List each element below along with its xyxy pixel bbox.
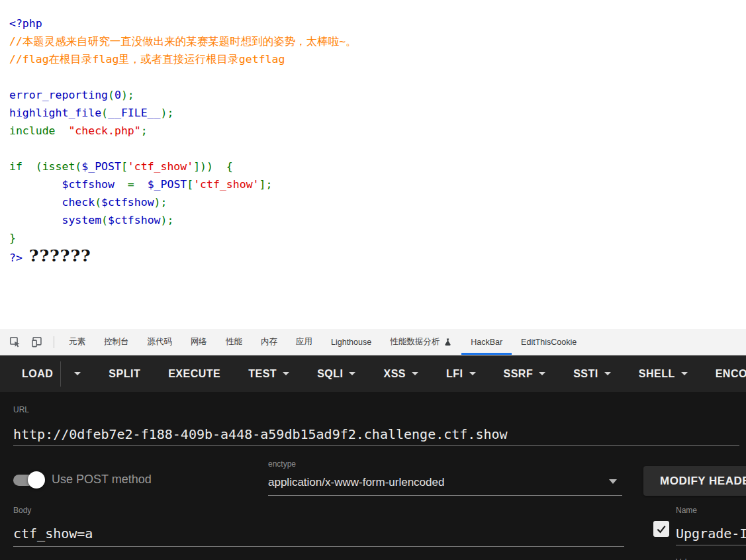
code-token: = [115, 178, 148, 191]
code-token: $ctfshow [101, 196, 154, 209]
code-token [9, 178, 62, 191]
enctype-field-label: enctype [268, 459, 296, 469]
code-token: $_POST [148, 178, 187, 191]
button-label: EXECUTE [168, 368, 220, 380]
header-value-label: Value [676, 557, 696, 560]
button-label: LFI [446, 368, 463, 380]
php-code-block: <?php//本题灵感来自研究一直没做出来的某赛某题时想到的姿势，太棒啦~。//… [9, 15, 746, 267]
chevron-down-icon [539, 372, 545, 375]
enctype-selected-value: application/x-www-form-urlencoded [268, 476, 444, 489]
header-name-input[interactable]: Upgrade-Insecure-Requests [676, 526, 746, 545]
code-token [9, 214, 62, 226]
tab-label: 元素 [69, 336, 85, 348]
hackbar-toolbar: LOADSPLITEXECUTETESTSQLIXSSLFISSRFSSTISH… [0, 355, 746, 392]
tab-lighthouse[interactable]: Lighthouse [322, 329, 381, 355]
button-label: TEST [248, 368, 277, 380]
chevron-down-icon [349, 372, 355, 375]
devtools-tabs: 元素控制台源代码网络性能内存应用Lighthouse性能数据分析HackBarE… [60, 329, 586, 355]
xss-button[interactable]: XSS [383, 368, 418, 380]
php-output-text: ?????? [29, 246, 91, 265]
tab-应用[interactable]: 应用 [287, 329, 322, 355]
code-token: ( [101, 107, 108, 119]
code-token: ( [95, 196, 101, 209]
tab-内存[interactable]: 内存 [252, 329, 287, 355]
code-line: //flag在根目录flag里，或者直接运行根目录getflag [9, 50, 746, 68]
code-line [9, 140, 746, 158]
button-label: LOAD [22, 368, 53, 380]
body-field-label: Body [13, 506, 31, 515]
load-button[interactable]: LOAD [22, 361, 81, 387]
tab-源代码[interactable]: 源代码 [138, 329, 182, 355]
toolbar-divider [54, 336, 54, 348]
tab-label: 内存 [261, 336, 277, 348]
code-token: $ctfshow [62, 178, 114, 191]
code-line: highlight_file(__FILE__); [9, 104, 746, 122]
code-token: ?> [9, 252, 29, 264]
tab-性能数据分析[interactable]: 性能数据分析 [381, 329, 461, 355]
ssti-button[interactable]: SSTI [573, 368, 611, 380]
hackbar-panel: URL http://0dfeb7e2-f188-409b-a448-a59db… [0, 392, 746, 560]
code-token: highlight_file [9, 107, 101, 119]
url-field-label: URL [13, 405, 29, 414]
button-label: SSTI [573, 368, 598, 380]
code-token: ); [154, 196, 167, 209]
code-token: 'ctf_show' [128, 160, 193, 173]
code-line: $ctfshow = $_POST['ctf_show']; [9, 175, 746, 193]
code-token: system [62, 214, 101, 226]
code-token: $ctfshow [108, 214, 160, 226]
use-post-method-toggle[interactable] [13, 471, 45, 489]
checkmark-icon [655, 523, 667, 535]
code-token: } [9, 232, 16, 244]
test-button[interactable]: TEST [248, 368, 289, 380]
code-line: if (isset($_POST['ctf_show'])) { [9, 158, 746, 175]
tab-label: 源代码 [148, 336, 173, 348]
tab-editthiscookie[interactable]: EditThisCookie [512, 329, 586, 355]
button-divider [60, 361, 61, 387]
button-label: SHELL [639, 368, 675, 380]
tab-label: 性能 [226, 336, 242, 348]
ssrf-button[interactable]: SSRF [504, 368, 546, 380]
modify-headers-button[interactable]: MODIFY HEADERS [643, 466, 746, 496]
lfi-button[interactable]: LFI [446, 368, 476, 380]
code-line: ?> ?????? [9, 247, 746, 267]
code-token: ( [101, 214, 108, 226]
code-line: include "check.php"; [9, 122, 746, 140]
inspect-element-icon[interactable] [0, 329, 26, 355]
chevron-down-icon [283, 372, 289, 375]
execute-button[interactable]: EXECUTE [168, 368, 220, 380]
code-token: //本题灵感来自研究一直没做出来的某赛某题时想到的姿势，太棒啦~。 [9, 35, 357, 48]
code-token: ); [121, 89, 134, 101]
code-token: check [62, 196, 95, 209]
header-enabled-checkbox[interactable] [653, 521, 669, 537]
use-post-method-label: Use POST method [52, 473, 152, 487]
code-token: [ [121, 160, 128, 173]
tab-性能[interactable]: 性能 [216, 329, 252, 355]
code-token: //flag在根目录flag里，或者直接运行根目录getflag [9, 53, 285, 66]
tab-hackbar[interactable]: HackBar [461, 329, 512, 355]
chevron-down-icon [412, 372, 418, 375]
sqli-button[interactable]: SQLI [317, 368, 355, 380]
code-token: include [9, 124, 68, 137]
code-line [9, 68, 746, 86]
body-input[interactable]: ctf_show=a [13, 526, 624, 547]
chevron-down-icon [469, 372, 476, 375]
code-token [9, 196, 62, 209]
code-line: system($ctfshow); [9, 211, 746, 229]
chevron-down-icon [74, 372, 81, 375]
url-input[interactable]: http://0dfeb7e2-f188-409b-a448-a59db15ad… [13, 426, 739, 446]
button-label: SSRF [504, 368, 534, 380]
chevron-down-icon [604, 372, 611, 375]
split-button[interactable]: SPLIT [109, 368, 140, 380]
tab-网络[interactable]: 网络 [181, 329, 216, 355]
button-label: XSS [383, 368, 406, 380]
toggle-device-toolbar-icon[interactable] [26, 329, 48, 355]
tab-控制台[interactable]: 控制台 [95, 329, 138, 355]
code-line: check($ctfshow); [9, 193, 746, 211]
button-label: SPLIT [109, 368, 140, 380]
encoding-button[interactable]: ENCODING [716, 368, 746, 380]
chevron-down-icon [609, 479, 617, 484]
shell-button[interactable]: SHELL [639, 368, 688, 380]
enctype-select[interactable]: application/x-www-form-urlencoded [268, 475, 622, 496]
tab-label: 应用 [296, 336, 312, 348]
tab-元素[interactable]: 元素 [60, 329, 95, 355]
